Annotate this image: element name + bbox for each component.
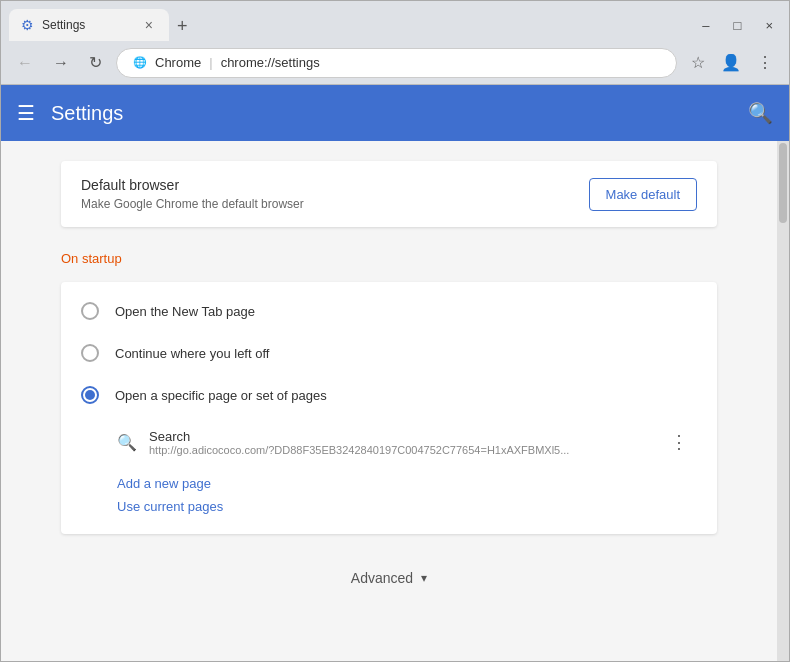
lock-icon: 🌐 — [133, 56, 147, 69]
search-entry: 🔍 Search http://go.adicococo.com/?DD88F3… — [61, 416, 717, 468]
on-startup-section-title: On startup — [61, 251, 717, 266]
toolbar-icons: ☆ 👤 ⋮ — [685, 49, 779, 76]
content-area: Default browser Make Google Chrome the d… — [1, 141, 777, 661]
radio-label-continue: Continue where you left off — [115, 346, 269, 361]
forward-button[interactable]: → — [47, 50, 75, 76]
default-browser-description: Make Google Chrome the default browser — [81, 197, 304, 211]
maximize-button[interactable]: □ — [726, 14, 750, 37]
profile-button[interactable]: 👤 — [715, 49, 747, 76]
make-default-button[interactable]: Make default — [589, 178, 697, 211]
header-search-icon[interactable]: 🔍 — [748, 101, 773, 125]
default-browser-text: Default browser Make Google Chrome the d… — [81, 177, 304, 211]
advanced-label: Advanced — [351, 570, 413, 586]
hamburger-menu-icon[interactable]: ☰ — [17, 101, 35, 125]
radio-label-new-tab: Open the New Tab page — [115, 304, 255, 319]
advanced-section[interactable]: Advanced ▾ — [61, 550, 717, 606]
radio-circle-specific-page — [81, 386, 99, 404]
radio-option-continue[interactable]: Continue where you left off — [61, 332, 717, 374]
search-entry-title: Search — [149, 429, 649, 444]
address-url: chrome://settings — [221, 55, 320, 70]
search-entry-more-button[interactable]: ⋮ — [661, 424, 697, 460]
search-entry-info: Search http://go.adicococo.com/?DD88F35E… — [149, 429, 649, 456]
new-tab-button[interactable]: + — [169, 12, 196, 41]
menu-button[interactable]: ⋮ — [751, 49, 779, 76]
tab-favicon: ⚙ — [21, 17, 34, 33]
app-header: ☰ Settings 🔍 — [1, 85, 789, 141]
scrollbar-thumb[interactable] — [779, 143, 787, 223]
tab-title: Settings — [42, 18, 133, 32]
radio-option-new-tab[interactable]: Open the New Tab page — [61, 290, 717, 332]
active-tab[interactable]: ⚙ Settings × — [9, 9, 169, 41]
address-bar: ← → ↻ 🌐 Chrome | chrome://settings ☆ 👤 ⋮ — [1, 41, 789, 85]
close-button[interactable]: × — [757, 14, 781, 37]
advanced-chevron-icon: ▾ — [421, 571, 427, 585]
on-startup-section: On startup Open the New Tab page Continu… — [61, 251, 717, 606]
app-title: Settings — [51, 102, 748, 125]
bookmark-button[interactable]: ☆ — [685, 49, 711, 76]
scrollbar[interactable] — [777, 141, 789, 661]
title-bar: ⚙ Settings × + – □ × — [1, 1, 789, 41]
add-new-page-link[interactable]: Add a new page — [61, 468, 717, 495]
refresh-button[interactable]: ↻ — [83, 49, 108, 76]
radio-label-specific-page: Open a specific page or set of pages — [115, 388, 327, 403]
options-card: Open the New Tab page Continue where you… — [61, 282, 717, 534]
default-browser-card: Default browser Make Google Chrome the d… — [61, 161, 717, 227]
search-entry-url: http://go.adicococo.com/?DD88F35EB324284… — [149, 444, 649, 456]
tab-close-button[interactable]: × — [141, 15, 157, 35]
address-input[interactable]: 🌐 Chrome | chrome://settings — [116, 48, 677, 78]
browser-window: ⚙ Settings × + – □ × ← → ↻ 🌐 Chrome | ch… — [0, 0, 790, 662]
window-controls: – □ × — [694, 14, 781, 37]
main-content: Default browser Make Google Chrome the d… — [1, 141, 789, 661]
back-button[interactable]: ← — [11, 50, 39, 76]
tab-bar: ⚙ Settings × + — [9, 9, 686, 41]
radio-circle-new-tab — [81, 302, 99, 320]
use-current-pages-link[interactable]: Use current pages — [61, 495, 717, 526]
radio-circle-continue — [81, 344, 99, 362]
default-browser-title: Default browser — [81, 177, 304, 193]
address-protocol: Chrome — [155, 55, 201, 70]
minimize-button[interactable]: – — [694, 14, 717, 37]
address-separator: | — [209, 55, 212, 70]
search-entry-icon: 🔍 — [117, 433, 137, 452]
radio-option-specific-page[interactable]: Open a specific page or set of pages — [61, 374, 717, 416]
